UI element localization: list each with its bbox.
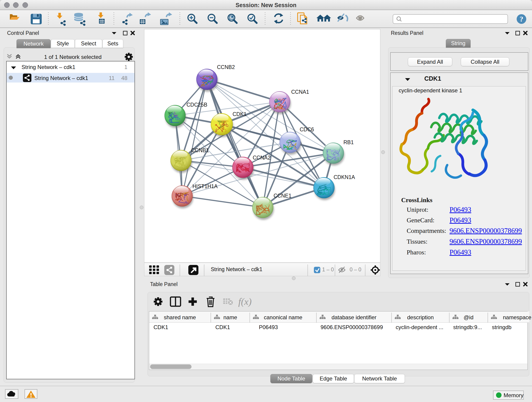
svg-text:CCNB1: CCNB1 [191,147,209,153]
svg-text:CCNA2: CCNA2 [253,155,271,161]
svg-text:CCNA1: CCNA1 [291,89,309,95]
svg-text:CCNB2: CCNB2 [217,64,235,70]
svg-text:CDC25B: CDC25B [186,102,207,108]
svg-text:CDK1: CDK1 [233,111,247,117]
svg-text:HIST1H1A: HIST1H1A [192,183,218,189]
svg-text:CCNE1: CCNE1 [273,193,291,199]
svg-text:?: ? [520,15,523,23]
svg-text:RB1: RB1 [343,139,354,145]
svg-text:CDC6: CDC6 [300,127,314,133]
svg-text:f(x): f(x) [238,296,252,307]
svg-text:CDKN1A: CDKN1A [334,174,355,180]
